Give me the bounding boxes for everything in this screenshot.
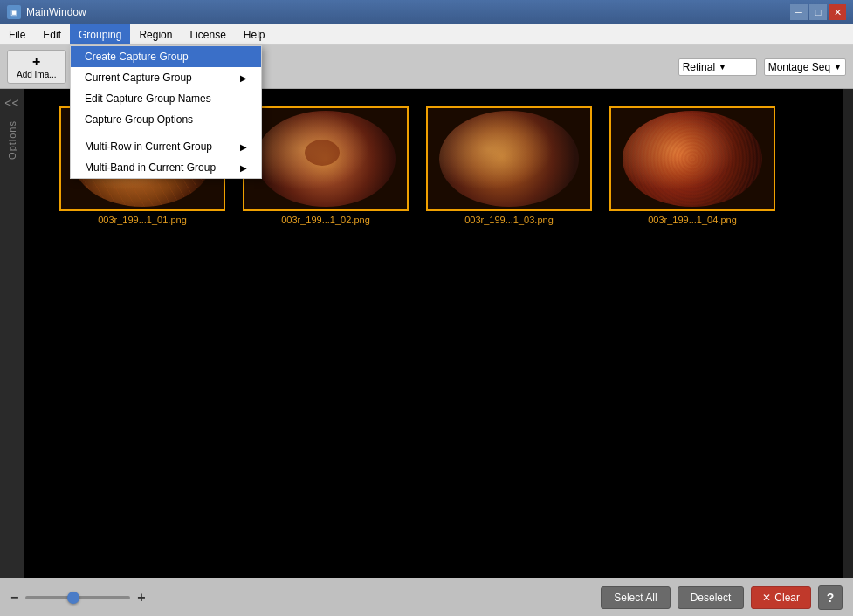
menu-help[interactable]: Help: [235, 24, 274, 44]
maximize-button[interactable]: □: [809, 4, 827, 20]
menu-create-capture-group[interactable]: Create Capture Group: [71, 46, 261, 67]
options-label: Options: [7, 120, 17, 160]
montage-seq-dropdown-arrow: ▼: [834, 63, 842, 72]
add-icon: +: [32, 54, 40, 70]
retinal-dropdown[interactable]: Retinal ▼: [678, 58, 757, 76]
menu-capture-group-options[interactable]: Capture Group Options: [71, 109, 261, 130]
help-button[interactable]: ?: [818, 585, 843, 610]
menu-license[interactable]: License: [181, 24, 234, 44]
clear-button[interactable]: ✕ Clear: [751, 586, 811, 609]
image-card-4: 003r_199...1_04.png: [609, 106, 775, 225]
retinal-dropdown-arrow: ▼: [719, 63, 726, 72]
image-label-4: 003r_199...1_04.png: [648, 215, 737, 225]
zoom-slider-thumb[interactable]: [67, 592, 79, 604]
window-title: MainWindow: [26, 6, 790, 18]
menu-separator-1: [71, 133, 261, 133]
montage-seq-label: Montage Seq: [768, 61, 830, 73]
retinal-image-3: [439, 111, 579, 207]
collapse-button[interactable]: <<: [1, 92, 22, 113]
clear-label: Clear: [774, 592, 800, 604]
window-controls: ─ □ ✕: [790, 4, 846, 20]
menu-current-capture-group[interactable]: Current Capture Group ▶: [71, 67, 261, 88]
retinal-label: Retinal: [683, 61, 715, 73]
zoom-slider[interactable]: [25, 596, 130, 599]
menu-region[interactable]: Region: [130, 24, 181, 44]
menu-multi-band[interactable]: Multi-Band in Current Group ▶: [71, 157, 261, 178]
image-label-2: 003r_199...1_02.png: [281, 215, 370, 225]
add-image-label: Add Ima...: [17, 70, 57, 79]
montage-seq-dropdown[interactable]: Montage Seq ▼: [764, 58, 846, 76]
image-card-2: 003r_199...1_02.png: [243, 106, 409, 225]
title-bar: ▣ MainWindow ─ □ ✕: [0, 0, 853, 24]
side-panel: << Options: [0, 89, 24, 578]
image-frame-2[interactable]: [243, 106, 409, 211]
image-card-3: 003r_199...1_03.png: [426, 106, 592, 225]
menu-bar: File Edit Grouping Region License Help C…: [0, 24, 853, 45]
add-image-button[interactable]: + Add Ima...: [7, 50, 66, 84]
minimize-button[interactable]: ─: [790, 4, 808, 20]
window-icon: ▣: [7, 5, 21, 19]
menu-file[interactable]: File: [0, 24, 34, 44]
zoom-plus-button[interactable]: +: [137, 590, 145, 606]
deselect-button[interactable]: Deselect: [678, 586, 745, 609]
menu-edit-capture-group-names[interactable]: Edit Capture Group Names: [71, 88, 261, 109]
retinal-image-2: [256, 111, 396, 207]
image-frame-4[interactable]: [609, 106, 775, 211]
close-button[interactable]: ✕: [829, 4, 846, 20]
grouping-dropdown-menu: Create Capture Group Current Capture Gro…: [70, 45, 262, 179]
menu-edit[interactable]: Edit: [34, 24, 70, 44]
scrollbar[interactable]: [843, 89, 853, 578]
zoom-minus-button[interactable]: −: [10, 590, 18, 606]
submenu-arrow-multiband: ▶: [240, 163, 247, 173]
image-label-1: 003r_199...1_01.png: [98, 215, 187, 225]
retinal-image-4: [623, 111, 762, 207]
menu-grouping[interactable]: Grouping: [70, 24, 130, 44]
image-label-3: 003r_199...1_03.png: [464, 215, 554, 225]
image-frame-3[interactable]: [426, 106, 592, 211]
select-all-button[interactable]: Select All: [601, 586, 670, 609]
submenu-arrow-current: ▶: [240, 73, 247, 83]
clear-icon: ✕: [762, 592, 771, 604]
bottom-bar: − + Select All Deselect ✕ Clear ?: [0, 578, 853, 616]
menu-multi-row[interactable]: Multi-Row in Current Group ▶: [71, 136, 261, 157]
submenu-arrow-multirow: ▶: [240, 142, 247, 152]
